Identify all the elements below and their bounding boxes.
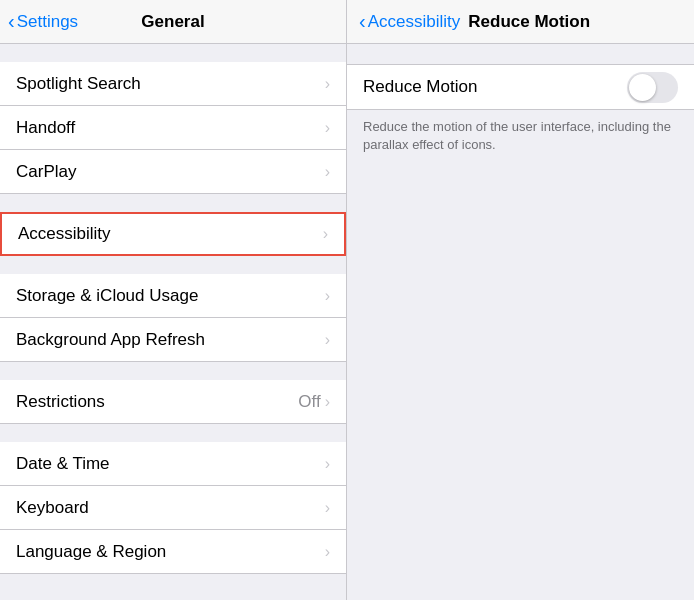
settings-list: Spotlight Search › Handoff › CarPlay › (0, 44, 346, 600)
section-group-1: Spotlight Search › Handoff › CarPlay › (0, 44, 346, 194)
item-right: › (325, 287, 330, 305)
chevron-icon: › (325, 287, 330, 305)
right-back-label: Accessibility (368, 12, 461, 32)
item-right: › (325, 543, 330, 561)
right-nav-header: ‹ Accessibility Reduce Motion (347, 0, 694, 44)
item-value: Off (298, 392, 320, 412)
chevron-icon: › (325, 499, 330, 517)
list-item-date-time[interactable]: Date & Time › (0, 442, 346, 486)
list-item-spotlight-search[interactable]: Spotlight Search › (0, 62, 346, 106)
reduce-motion-toggle[interactable] (627, 72, 678, 103)
settings-back-button[interactable]: ‹ Settings (8, 10, 78, 33)
item-label: Accessibility (18, 224, 111, 244)
section-spacer (0, 424, 346, 442)
section-spacer (0, 194, 346, 212)
item-right: › (323, 225, 328, 243)
item-right: › (325, 331, 330, 349)
left-panel: ‹ Settings General Spotlight Search › Ha… (0, 0, 347, 600)
right-back-chevron-icon: ‹ (359, 10, 366, 33)
section-group-2: Accessibility › (0, 194, 346, 256)
right-panel: ‹ Accessibility Reduce Motion Reduce Mot… (347, 0, 694, 600)
list-item-restrictions[interactable]: Restrictions Off › (0, 380, 346, 424)
item-label: Background App Refresh (16, 330, 205, 350)
section-spacer (0, 44, 346, 62)
section-spacer (0, 256, 346, 274)
chevron-icon: › (325, 543, 330, 561)
list-item-accessibility[interactable]: Accessibility › (0, 212, 346, 256)
item-right: › (325, 119, 330, 137)
item-label: Handoff (16, 118, 75, 138)
chevron-icon: › (325, 75, 330, 93)
list-item-background-app[interactable]: Background App Refresh › (0, 318, 346, 362)
toggle-row: Reduce Motion (347, 65, 694, 109)
item-label: Keyboard (16, 498, 89, 518)
item-right: › (325, 455, 330, 473)
section-group-4: Restrictions Off › (0, 362, 346, 424)
chevron-icon: › (323, 225, 328, 243)
list-item-keyboard[interactable]: Keyboard › (0, 486, 346, 530)
back-chevron-icon: ‹ (8, 10, 15, 33)
left-nav-title: General (141, 12, 204, 32)
chevron-icon: › (325, 331, 330, 349)
item-right: › (325, 163, 330, 181)
toggle-label: Reduce Motion (363, 77, 477, 97)
chevron-icon: › (325, 119, 330, 137)
reduce-motion-section: Reduce Motion (347, 64, 694, 110)
item-label: Language & Region (16, 542, 166, 562)
reduce-motion-description: Reduce the motion of the user interface,… (347, 110, 694, 166)
item-right: Off › (298, 392, 330, 412)
list-item-carplay[interactable]: CarPlay › (0, 150, 346, 194)
item-label: Storage & iCloud Usage (16, 286, 198, 306)
list-item-language-region[interactable]: Language & Region › (0, 530, 346, 574)
section-group-5: Date & Time › Keyboard › Language & Regi… (0, 424, 346, 574)
toggle-knob (629, 74, 656, 101)
item-right: › (325, 499, 330, 517)
right-nav-title: Reduce Motion (468, 12, 590, 32)
left-nav-header: ‹ Settings General (0, 0, 346, 44)
accessibility-back-button[interactable]: ‹ Accessibility (359, 10, 460, 33)
list-item-storage[interactable]: Storage & iCloud Usage › (0, 274, 346, 318)
right-content: Reduce Motion Reduce the motion of the u… (347, 44, 694, 166)
item-label: Spotlight Search (16, 74, 141, 94)
chevron-icon: › (325, 455, 330, 473)
item-label: Restrictions (16, 392, 105, 412)
chevron-icon: › (325, 393, 330, 411)
item-label: Date & Time (16, 454, 110, 474)
item-right: › (325, 75, 330, 93)
back-label: Settings (17, 12, 78, 32)
section-group-3: Storage & iCloud Usage › Background App … (0, 256, 346, 362)
item-label: CarPlay (16, 162, 76, 182)
list-item-handoff[interactable]: Handoff › (0, 106, 346, 150)
section-spacer (0, 362, 346, 380)
chevron-icon: › (325, 163, 330, 181)
